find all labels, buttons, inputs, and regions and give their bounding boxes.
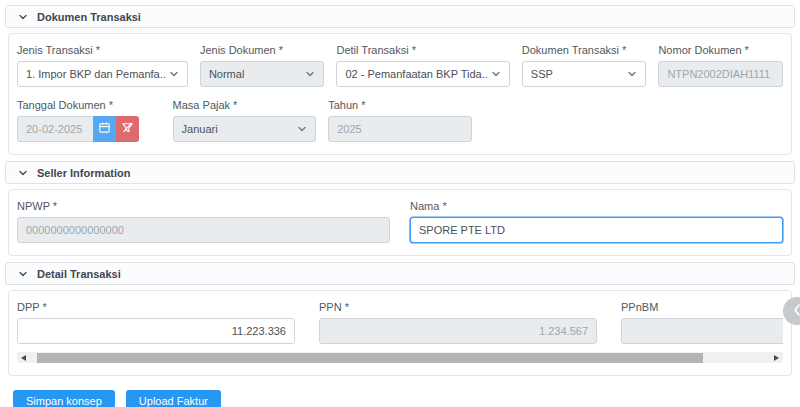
calendar-icon <box>98 121 111 137</box>
npwp-label: NPWP * <box>17 200 390 212</box>
jenis-dokumen-select: Normal <box>200 61 325 87</box>
chevron-down-icon <box>18 168 28 178</box>
field-dpp: DPP * <box>17 301 295 344</box>
dokumen-transaksi-select[interactable]: SSP <box>522 61 647 87</box>
nomor-dokumen-input <box>658 61 783 87</box>
section-header-detail-transaksi[interactable]: Detail Transaksi <box>5 262 795 285</box>
footer-actions: Simpan konsep Upload Faktur <box>13 390 795 407</box>
field-nomor-dokumen: Nomor Dokumen * <box>658 44 783 87</box>
detail-scroll-area: DPP * PPN * PPnBM <box>17 301 783 344</box>
nama-input[interactable] <box>410 217 783 243</box>
tanggal-dokumen-label: Tanggal Dokumen * <box>17 99 161 111</box>
triangle-right-icon <box>774 355 779 361</box>
dokumen-transaksi-value: SSP <box>531 68 553 80</box>
chevron-down-icon <box>297 124 307 134</box>
section-header-dokumen-transaksi[interactable]: Dokumen Transaksi <box>5 5 795 28</box>
nomor-dokumen-label: Nomor Dokumen * <box>658 44 783 56</box>
tanggal-dokumen-input <box>17 116 93 142</box>
section-title: Seller Information <box>37 167 131 179</box>
field-ppn: PPN * <box>319 301 597 344</box>
ppn-label: PPN * <box>319 301 597 313</box>
field-jenis-dokumen: Jenis Dokumen * Normal <box>200 44 325 87</box>
masa-pajak-value: Januari <box>182 123 218 135</box>
detil-transaksi-value: 02 - Pemanfaatan BKP Tida... <box>345 68 487 80</box>
chevron-down-icon <box>169 69 179 79</box>
dokumen-transaksi-label: Dokumen Transaksi * <box>522 44 647 56</box>
chevron-down-icon <box>18 269 28 279</box>
scrollbar-thumb[interactable] <box>37 353 703 363</box>
chevron-down-icon <box>18 12 28 22</box>
field-npwp: NPWP * <box>17 200 390 243</box>
dpp-input[interactable] <box>17 318 295 344</box>
chevron-down-icon <box>305 69 315 79</box>
section-header-seller-information[interactable]: Seller Information <box>5 161 795 184</box>
tahun-label: Tahun * <box>328 99 472 111</box>
scroll-left-button[interactable] <box>17 352 30 363</box>
simpan-konsep-button[interactable]: Simpan konsep <box>13 390 115 407</box>
section-title: Detail Transaksi <box>37 268 121 280</box>
field-nama: Nama * <box>410 200 783 243</box>
detil-transaksi-label: Detil Transaksi * <box>336 44 509 56</box>
jenis-transaksi-value: 1. Impor BKP dan Pemanfa... <box>26 68 166 80</box>
nama-label: Nama * <box>410 200 783 212</box>
field-masa-pajak: Masa Pajak * Januari <box>173 99 317 142</box>
clear-date-button[interactable] <box>116 116 139 142</box>
jenis-dokumen-label: Jenis Dokumen * <box>200 44 325 56</box>
ppnbm-label: PPnBM <box>621 301 783 313</box>
chevron-down-icon <box>627 69 637 79</box>
filter-slash-icon <box>121 121 134 137</box>
section-title: Dokumen Transaksi <box>37 11 141 23</box>
masa-pajak-select: Januari <box>173 116 317 142</box>
seller-information-card: NPWP * Nama * <box>8 189 792 256</box>
triangle-left-icon <box>21 355 26 361</box>
scrollbar-track[interactable] <box>30 352 770 363</box>
field-detil-transaksi: Detil Transaksi * 02 - Pemanfaatan BKP T… <box>336 44 509 87</box>
field-jenis-transaksi: Jenis Transaksi * 1. Impor BKP dan Peman… <box>17 44 188 87</box>
field-tahun: Tahun * <box>328 99 472 142</box>
tahun-input <box>328 116 472 142</box>
dpp-label: DPP * <box>17 301 295 313</box>
chevron-left-icon <box>793 304 800 318</box>
chevron-down-icon <box>491 69 501 79</box>
detil-transaksi-select[interactable]: 02 - Pemanfaatan BKP Tida... <box>336 61 509 87</box>
form-page: Dokumen Transaksi Jenis Transaksi * 1. I… <box>0 0 800 407</box>
scroll-right-button[interactable] <box>770 352 783 363</box>
ppn-input <box>319 318 597 344</box>
field-dokumen-transaksi: Dokumen Transaksi * SSP <box>522 44 647 87</box>
npwp-input <box>17 217 390 243</box>
jenis-transaksi-label: Jenis Transaksi * <box>17 44 188 56</box>
jenis-dokumen-value: Normal <box>209 68 244 80</box>
field-tanggal-dokumen: Tanggal Dokumen * <box>17 99 161 142</box>
field-ppnbm: PPnBM <box>621 301 783 344</box>
ppnbm-input <box>621 318 783 344</box>
horizontal-scrollbar[interactable] <box>17 352 783 363</box>
upload-faktur-button[interactable]: Upload Faktur <box>126 390 221 407</box>
masa-pajak-label: Masa Pajak * <box>173 99 317 111</box>
jenis-transaksi-select[interactable]: 1. Impor BKP dan Pemanfa... <box>17 61 188 87</box>
detail-transaksi-card: DPP * PPN * PPnBM <box>8 290 792 376</box>
calendar-button[interactable] <box>93 116 116 142</box>
dokumen-transaksi-card: Jenis Transaksi * 1. Impor BKP dan Peman… <box>8 33 792 155</box>
